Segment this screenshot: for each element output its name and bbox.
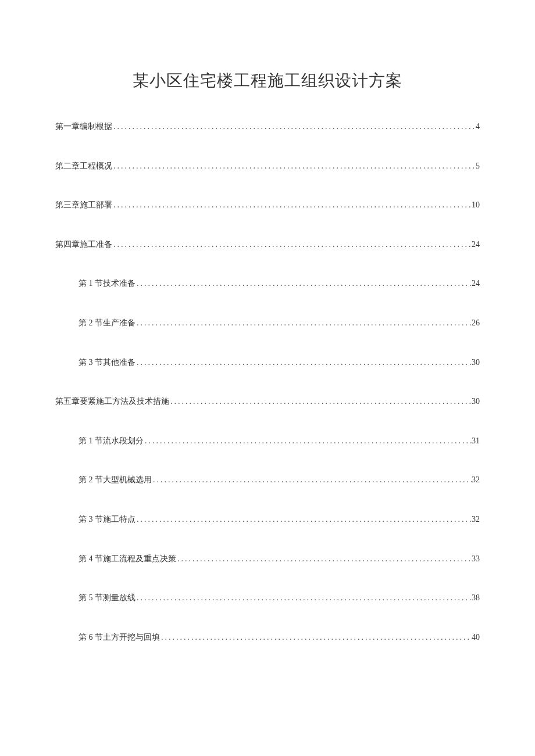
table-of-contents: 第一章编制根据 4 第二章工程概况 5 第三章施工部署 10 第四章施工准备 2… <box>55 121 480 643</box>
toc-entry: 第 4 节施工流程及重点决策 33 <box>55 553 480 565</box>
toc-leader-dots <box>135 317 472 329</box>
toc-entry: 第 1 节技术准备 24 <box>55 278 480 289</box>
toc-page-number: 32 <box>472 514 480 525</box>
toc-entry: 第四章施工准备 24 <box>55 239 480 250</box>
toc-leader-dots <box>112 121 476 132</box>
toc-page-number: 10 <box>472 199 480 211</box>
toc-page-number: 31 <box>472 435 480 447</box>
toc-page-number: 30 <box>472 357 480 368</box>
toc-label: 第 2 节大型机械选用 <box>79 474 152 486</box>
toc-label: 第一章编制根据 <box>55 121 112 132</box>
toc-page-number: 26 <box>472 317 480 329</box>
toc-label: 第二章工程概况 <box>55 160 112 172</box>
toc-label: 第 3 节施工特点 <box>79 514 135 525</box>
toc-leader-dots <box>135 514 472 525</box>
toc-entry: 第 5 节测量放线 38 <box>55 592 480 604</box>
toc-label: 第 1 节流水段划分 <box>79 435 144 447</box>
toc-page-number: 24 <box>472 239 480 250</box>
toc-label: 第 6 节土方开挖与回填 <box>79 632 160 643</box>
toc-entry: 第 6 节土方开挖与回填 40 <box>55 632 480 643</box>
toc-entry: 第 3 节其他准备 30 <box>55 357 480 368</box>
toc-leader-dots <box>135 592 472 604</box>
toc-label: 第 4 节施工流程及重点决策 <box>79 553 176 565</box>
toc-label: 第 3 节其他准备 <box>79 357 135 368</box>
toc-page-number: 33 <box>472 553 480 565</box>
toc-entry: 第二章工程概况 5 <box>55 160 480 172</box>
toc-leader-dots <box>144 435 472 447</box>
toc-leader-dots <box>112 160 476 172</box>
toc-page-number: 32 <box>472 474 480 486</box>
toc-leader-dots <box>169 396 472 407</box>
toc-entry: 第五章要紧施工方法及技术措施 30 <box>55 396 480 407</box>
toc-leader-dots <box>112 239 472 250</box>
toc-label: 第 5 节测量放线 <box>79 592 135 604</box>
toc-page-number: 4 <box>476 121 480 132</box>
toc-entry: 第 3 节施工特点 32 <box>55 514 480 525</box>
toc-leader-dots <box>135 357 472 368</box>
toc-page-number: 5 <box>476 160 480 172</box>
toc-page-number: 24 <box>472 278 480 289</box>
toc-entry: 第 1 节流水段划分 31 <box>55 435 480 447</box>
document-title: 某小区住宅楼工程施工组织设计方案 <box>55 70 480 92</box>
toc-page-number: 38 <box>472 592 480 604</box>
toc-entry: 第三章施工部署 10 <box>55 199 480 211</box>
toc-leader-dots <box>135 278 472 289</box>
toc-label: 第四章施工准备 <box>55 239 112 250</box>
toc-label: 第五章要紧施工方法及技术措施 <box>55 396 169 407</box>
toc-leader-dots <box>176 553 472 565</box>
toc-leader-dots <box>160 632 472 643</box>
toc-page-number: 40 <box>472 632 480 643</box>
toc-entry: 第一章编制根据 4 <box>55 121 480 132</box>
document-page: 某小区住宅楼工程施工组织设计方案 第一章编制根据 4 第二章工程概况 5 第三章… <box>0 0 535 643</box>
toc-label: 第三章施工部署 <box>55 199 112 211</box>
toc-leader-dots <box>112 199 472 211</box>
toc-entry: 第 2 节生产准备 26 <box>55 317 480 329</box>
toc-entry: 第 2 节大型机械选用 32 <box>55 474 480 486</box>
toc-page-number: 30 <box>472 396 480 407</box>
toc-label: 第 1 节技术准备 <box>79 278 135 289</box>
toc-leader-dots <box>152 474 472 486</box>
toc-label: 第 2 节生产准备 <box>79 317 135 329</box>
